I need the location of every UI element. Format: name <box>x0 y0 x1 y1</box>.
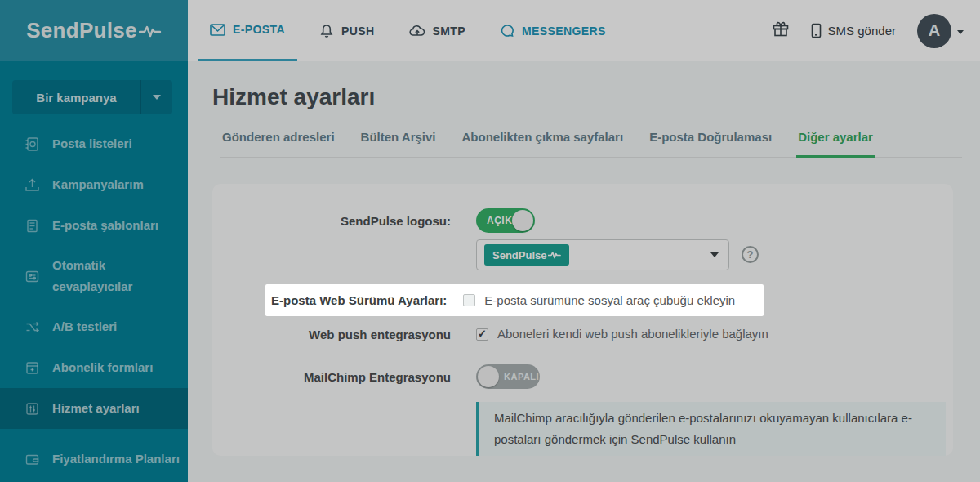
nav-tab-label: E-POSTA <box>233 23 285 36</box>
logo-setting-label: SendPulse logosu: <box>212 213 451 230</box>
sidebar-item-pricing-plans[interactable]: Fiyatlandırma Planları <box>0 429 188 482</box>
nav-tab-label: MESSENGERS <box>522 25 606 38</box>
sidebar-nav: Posta listeleri Kampanyalarım E-posta şa… <box>0 123 188 482</box>
create-campaign-label: Bir kampanya <box>12 91 140 105</box>
web-push-label: Web push entegrasyonu <box>212 327 451 343</box>
bell-icon <box>319 24 334 38</box>
form-plus-icon <box>24 360 40 376</box>
topbar: E-POSTA PUSH SMTP MESSENGERS SMS gönder … <box>188 0 980 61</box>
mailchimp-info-note: MailChimp aracılığıyla gönderilen e-post… <box>476 402 946 456</box>
sidebar: SendPulse Bir kampanya Posta listeleri K… <box>0 0 188 482</box>
cloud-upload-icon <box>409 25 425 38</box>
campaign-caret[interactable] <box>140 80 172 114</box>
sidebar-item-service-settings[interactable]: Hizmet ayarları <box>0 388 188 429</box>
sidebar-item-label: Kampanyalarım <box>52 174 144 195</box>
sliders-icon <box>24 401 40 417</box>
toggle-knob <box>512 210 533 231</box>
sidebar-item-subscription-forms[interactable]: Abonelik formları <box>0 347 188 388</box>
topbar-right-cluster: SMS gönder A <box>772 0 980 61</box>
sidebar-item-my-campaigns[interactable]: Kampanyalarım <box>0 164 188 205</box>
nav-tab-label: PUSH <box>341 25 375 38</box>
logo-toggle-on[interactable]: AÇIK <box>476 208 535 233</box>
nav-tab-push[interactable]: PUSH <box>307 0 387 61</box>
settings-panel: SendPulse logosu: AÇIK SendPulse ? E-pos… <box>212 184 953 456</box>
pulse-icon <box>548 250 561 260</box>
nav-tab-label: SMTP <box>433 25 466 38</box>
template-icon <box>24 218 40 234</box>
settings-tabs: Gönderen adresleri Bülten Arşivi Aboneli… <box>220 130 962 158</box>
wallet-icon <box>24 452 40 467</box>
toggle-knob <box>478 366 499 387</box>
sidebar-item-label: Fiyatlandırma Planları <box>52 449 180 470</box>
send-sms-label: SMS gönder <box>828 24 896 38</box>
sidebar-item-email-templates[interactable]: E-posta şablonları <box>0 205 188 246</box>
web-push-caption: Aboneleri kendi web push abonelikleriyle… <box>497 327 768 341</box>
tab-sender-addresses[interactable]: Gönderen adresleri <box>220 130 336 157</box>
sidebar-item-ab-tests[interactable]: A/B testleri <box>0 306 188 347</box>
sidebar-header: SendPulse <box>0 0 188 61</box>
badge-text: SendPulse <box>492 249 546 261</box>
sidebar-item-label: Hizmet ayarları <box>52 398 140 419</box>
nav-tab-smtp[interactable]: SMTP <box>397 0 479 61</box>
shuffle-icon <box>24 319 40 335</box>
address-book-icon <box>24 136 40 152</box>
sidebar-item-mailing-lists[interactable]: Posta listeleri <box>0 123 188 164</box>
avatar[interactable]: A <box>917 14 951 48</box>
account-menu[interactable]: A <box>917 14 964 48</box>
sidebar-item-autoresponders[interactable]: Otomatik cevaplayıcılar <box>0 246 188 306</box>
pulse-icon <box>139 23 162 39</box>
main-content: Hizmet ayarları Gönderen adresleri Bülte… <box>188 61 980 482</box>
help-icon[interactable]: ? <box>742 246 759 263</box>
tab-email-verification[interactable]: E-posta Doğrulaması <box>648 130 773 157</box>
sendpulse-badge: SendPulse <box>484 244 569 266</box>
sidebar-item-label: Posta listeleri <box>52 133 132 154</box>
sidebar-item-label: Otomatik cevaplayıcılar <box>52 255 180 297</box>
nav-tab-messengers[interactable]: MESSENGERS <box>488 0 618 61</box>
tab-unsubscribe-pages[interactable]: Abonelikten çıkma sayfaları <box>461 130 626 157</box>
mailchimp-label: MailChimp Entegrasyonu <box>212 369 451 386</box>
tab-newsletter-archive[interactable]: Bülten Arşivi <box>359 130 438 157</box>
toggle-on-label: AÇIK <box>476 215 512 226</box>
logo-style-dropdown[interactable]: SendPulse <box>476 239 729 270</box>
social-toolbar-checkbox[interactable] <box>463 294 475 306</box>
create-campaign-button[interactable]: Bir kampanya <box>12 80 172 114</box>
send-campaign-icon <box>24 177 40 193</box>
chevron-down-icon <box>957 30 964 34</box>
web-version-label: E-posta Web Sürümü Ayarları: <box>271 293 447 307</box>
web-push-checkbox[interactable] <box>476 328 488 341</box>
mailchimp-toggle-off[interactable]: KAPALI <box>476 364 540 389</box>
app-window: SendPulse Bir kampanya Posta listeleri K… <box>0 0 980 482</box>
envelope-icon <box>210 24 225 36</box>
autoresponder-icon <box>24 269 40 284</box>
tab-other-settings[interactable]: Diğer ayarlar <box>796 130 875 158</box>
phone-icon <box>811 23 822 38</box>
send-sms-button[interactable]: SMS gönder <box>811 23 896 38</box>
chat-bubble-icon <box>500 24 514 38</box>
sendpulse-logo-text: SendPulse <box>26 18 137 43</box>
social-toolbar-caption: E-posta sürümüne sosyal araç çubuğu ekle… <box>484 293 735 307</box>
sendpulse-logo[interactable]: SendPulse <box>26 18 162 43</box>
page-title: Hizmet ayarları <box>188 61 980 110</box>
sidebar-item-label: A/B testleri <box>52 316 117 337</box>
chevron-down-icon <box>153 95 161 100</box>
nav-tab-email[interactable]: E-POSTA <box>198 0 297 61</box>
chevron-down-icon <box>710 252 719 257</box>
web-push-row: Aboneleri kendi web push abonelikleriyle… <box>476 327 768 341</box>
gift-icon[interactable] <box>772 20 790 41</box>
sidebar-item-label: E-posta şablonları <box>52 215 158 236</box>
sidebar-item-label: Abonelik formları <box>52 357 153 378</box>
web-version-settings-row: E-posta Web Sürümü Ayarları: E-posta sür… <box>265 284 764 316</box>
